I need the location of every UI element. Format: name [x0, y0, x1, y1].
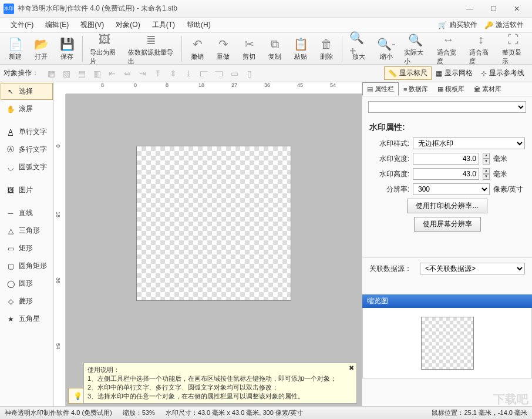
align-top-icon[interactable]: ⤒ [150, 66, 166, 81]
use-screen-dpi-button[interactable]: 使用屏幕分辨率 [414, 217, 481, 232]
cut-button[interactable]: ✂剪切 [236, 35, 262, 62]
activate-link[interactable]: 🔑激活软件 [481, 20, 527, 30]
status-size: 水印尺寸：43.0 毫米 x 43.0 毫米, 300 像素/英寸 [166, 408, 303, 417]
canvas-viewport[interactable]: 💡 使用说明 ✖ 使用说明： 1、左侧工具栏中选择一个功能后，在画布区域按住鼠标… [66, 94, 362, 406]
align-bottom-icon[interactable]: ⤓ [181, 66, 196, 81]
paste-button[interactable]: 📋粘贴 [288, 35, 314, 62]
minimize-button[interactable]: — [458, 0, 482, 18]
grid-icon: ▦ [436, 69, 442, 78]
height-spinner[interactable]: ▲▼ [483, 168, 490, 180]
maximize-button[interactable]: ☐ [482, 0, 505, 18]
distribute-v-icon[interactable]: ⫎ [211, 66, 227, 81]
object-combo[interactable] [368, 101, 526, 113]
toggle-guides[interactable]: ⊹显示参考线 [477, 66, 528, 80]
tool-diamond[interactable]: ◇菱形 [1, 293, 53, 310]
instruction-box: ✖ 使用说明： 1、左侧工具栏中选择一个功能后，在画布区域按住鼠标左键拖动，即可… [83, 363, 357, 404]
instruction-line: 3、选择水印中的任意一个对象，在右侧的属性栏里可以调整该对象的属性。 [87, 392, 353, 401]
tool-arc-text[interactable]: ◡圆弧文字 [1, 159, 53, 176]
close-button[interactable]: ✕ [505, 0, 528, 18]
tool-ellipse[interactable]: ◯圆形 [1, 275, 53, 292]
tab-templates[interactable]: ▦模板库 [433, 82, 469, 96]
window-title: 神奇透明水印制作软件 4.0 (免费试用) - 未命名1.stb [18, 4, 177, 14]
zoom-in-button[interactable]: 🔍+放大 [345, 35, 373, 62]
res-icon: 🏛 [474, 86, 480, 93]
align-right-icon[interactable]: ⇥ [135, 66, 150, 81]
tab-resources[interactable]: 🏛素材库 [469, 82, 506, 96]
height-input[interactable] [413, 168, 479, 180]
menu-file[interactable]: 文件(F) [5, 18, 39, 32]
tool-line[interactable]: ─直线 [1, 205, 53, 222]
tool-single-text[interactable]: A单行文字 [1, 123, 53, 140]
redo-button[interactable]: ↷重做 [210, 35, 236, 62]
tool-panel: ↖选择 ✋滚屏 A单行文字 Ⓐ多行文字 ◡圆弧文字 🖼图片 ─直线 △三角形 ▭… [0, 82, 54, 406]
tab-database[interactable]: ≡数据库 [399, 82, 433, 96]
batch-export-button[interactable]: ≣依数据源批量导出 [123, 31, 179, 67]
export-image-button[interactable]: 🖼导出为图片 [85, 31, 123, 67]
app-icon: 水印 [4, 4, 14, 14]
text-icon: A [6, 128, 15, 136]
tool-multi-text[interactable]: Ⓐ多行文字 [1, 141, 53, 158]
new-button[interactable]: 📄新建 [2, 35, 28, 62]
full-page-button[interactable]: ⛶整页显示 [497, 31, 530, 67]
tool-star[interactable]: ★五角星 [1, 310, 53, 327]
width-unit: 毫米 [493, 154, 525, 164]
align-center-v-icon[interactable]: ⇕ [166, 66, 181, 81]
dpi-select[interactable]: 300 [413, 183, 490, 195]
tool-pan[interactable]: ✋滚屏 [1, 100, 53, 118]
menu-edit[interactable]: 编辑(E) [39, 18, 75, 32]
layer-front-icon[interactable]: ▦ [43, 66, 59, 81]
width-label: 水印宽度: [369, 154, 409, 164]
width-spinner[interactable]: ▲▼ [483, 153, 490, 165]
status-bar: 神奇透明水印制作软件 4.0 (免费试用) 缩放：53% 水印尺寸：43.0 毫… [0, 406, 532, 419]
multitext-icon: Ⓐ [6, 145, 15, 155]
tool-rect[interactable]: ▭矩形 [1, 240, 53, 257]
align-center-h-icon[interactable]: ⇔ [120, 66, 135, 81]
distribute-h-icon[interactable]: ⫍ [196, 66, 211, 81]
toggle-ruler[interactable]: 📏显示标尺 [384, 66, 432, 80]
save-button[interactable]: 💾保存 [54, 35, 80, 62]
toggle-grid[interactable]: ▦显示网格 [432, 66, 477, 80]
style-label: 水印样式: [369, 139, 409, 149]
use-printer-dpi-button[interactable]: 使用打印机分辨率... [407, 199, 487, 213]
fit-height-button[interactable]: ↕适合高度 [464, 31, 497, 67]
width-input[interactable] [413, 153, 479, 165]
right-tabs: ▤属性栏 ≡数据库 ▦模板库 🏛素材库 [362, 82, 532, 96]
copy-button[interactable]: ⧉复制 [262, 35, 288, 62]
buy-link[interactable]: 🛒购买软件 [435, 20, 481, 30]
align-left-icon[interactable]: ⇤ [105, 66, 120, 81]
arctext-icon: ◡ [6, 163, 15, 172]
ungroup-icon[interactable]: ▯ [242, 66, 257, 81]
menu-help[interactable]: 帮助(H) [181, 18, 217, 32]
fit-height-icon: ↕ [478, 32, 484, 48]
open-button[interactable]: 📂打开 [28, 35, 54, 62]
props-title: 水印属性: [369, 122, 525, 133]
dpi-unit: 像素/英寸 [493, 185, 525, 195]
watermark-canvas[interactable] [136, 146, 291, 301]
actual-size-button[interactable]: 🔍实际大小 [399, 31, 432, 67]
style-select[interactable]: 无边框水印 [413, 138, 525, 149]
undo-button[interactable]: ↶撤销 [184, 35, 210, 62]
layer-up-icon[interactable]: ▤ [74, 66, 89, 81]
zoom-out-button[interactable]: 🔍-缩小 [373, 35, 399, 62]
layer-back-icon[interactable]: ▧ [59, 66, 74, 81]
guides-icon: ⊹ [481, 69, 487, 78]
status-zoom: 缩放：53% [123, 408, 155, 417]
fit-width-icon: ↔ [442, 32, 454, 48]
assoc-select[interactable]: <不关联数据源> [420, 263, 525, 274]
rect-icon: ▭ [6, 244, 15, 253]
copy-icon: ⧉ [271, 36, 279, 52]
layer-down-icon[interactable]: ▥ [89, 66, 105, 81]
tab-properties[interactable]: ▤属性栏 [362, 82, 399, 96]
site-watermark: 下载吧 [493, 391, 528, 407]
instruction-close-button[interactable]: ✖ [349, 364, 354, 372]
preview-title: 缩览图 [362, 294, 532, 308]
tool-image[interactable]: 🖼图片 [1, 182, 53, 199]
redo-icon: ↷ [218, 36, 228, 52]
delete-button[interactable]: 🗑删除 [314, 35, 339, 62]
tool-select[interactable]: ↖选择 [1, 83, 53, 100]
group-icon[interactable]: ▭ [227, 66, 242, 81]
tool-triangle[interactable]: △三角形 [1, 222, 53, 239]
fit-width-button[interactable]: ↔适合宽度 [432, 31, 464, 67]
tool-rrect[interactable]: ▢圆角矩形 [1, 257, 53, 274]
image-icon: 🖼 [6, 186, 15, 195]
